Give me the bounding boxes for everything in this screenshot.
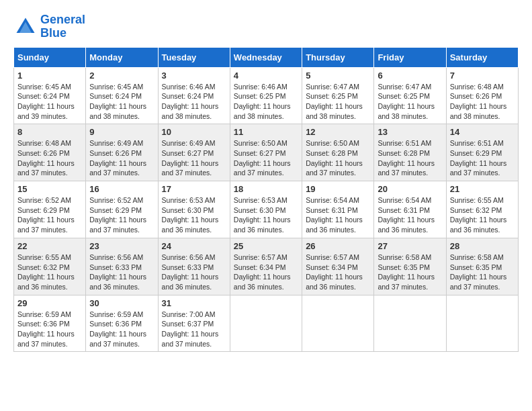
calendar-cell: 9Sunrise: 6:49 AMSunset: 6:26 PMDaylight… [86, 124, 158, 181]
day-number: 8 [17, 127, 82, 137]
day-number: 22 [17, 241, 82, 251]
calendar-cell: 10Sunrise: 6:49 AMSunset: 6:27 PMDayligh… [158, 124, 230, 181]
day-info: Sunrise: 6:53 AMSunset: 6:30 PMDaylight:… [162, 195, 226, 235]
logo-icon [13, 15, 38, 39]
calendar-cell: 28Sunrise: 6:58 AMSunset: 6:35 PMDayligh… [446, 238, 518, 295]
day-info: Sunrise: 6:52 AMSunset: 6:29 PMDaylight:… [89, 195, 154, 235]
day-number: 14 [450, 127, 515, 137]
day-number: 24 [162, 241, 226, 251]
calendar-cell [302, 295, 374, 352]
calendar-cell: 6Sunrise: 6:47 AMSunset: 6:25 PMDaylight… [374, 67, 446, 124]
calendar-cell: 14Sunrise: 6:51 AMSunset: 6:29 PMDayligh… [446, 124, 518, 181]
day-number: 12 [306, 127, 370, 137]
day-info: Sunrise: 6:51 AMSunset: 6:28 PMDaylight:… [378, 138, 442, 178]
calendar-cell: 1Sunrise: 6:45 AMSunset: 6:24 PMDaylight… [14, 67, 86, 124]
calendar-cell: 16Sunrise: 6:52 AMSunset: 6:29 PMDayligh… [86, 181, 158, 238]
weekday-header: Monday [86, 47, 158, 67]
calendar-cell: 2Sunrise: 6:45 AMSunset: 6:24 PMDaylight… [86, 67, 158, 124]
day-info: Sunrise: 6:57 AMSunset: 6:34 PMDaylight:… [234, 253, 298, 292]
calendar-cell [446, 295, 518, 352]
day-info: Sunrise: 6:54 AMSunset: 6:31 PMDaylight:… [306, 195, 370, 235]
day-info: Sunrise: 6:49 AMSunset: 6:27 PMDaylight:… [162, 138, 226, 178]
calendar-cell [230, 295, 302, 352]
day-number: 2 [89, 71, 154, 81]
calendar-cell: 26Sunrise: 6:57 AMSunset: 6:34 PMDayligh… [302, 238, 374, 295]
calendar-cell [374, 295, 446, 352]
day-number: 31 [162, 298, 226, 308]
calendar-header: SundayMondayTuesdayWednesdayThursdayFrid… [14, 47, 519, 67]
day-info: Sunrise: 6:56 AMSunset: 6:33 PMDaylight:… [89, 253, 154, 292]
calendar-cell: 4Sunrise: 6:46 AMSunset: 6:25 PMDaylight… [230, 67, 302, 124]
day-info: Sunrise: 6:58 AMSunset: 6:35 PMDaylight:… [450, 253, 515, 292]
day-number: 26 [306, 241, 370, 251]
day-info: Sunrise: 6:45 AMSunset: 6:24 PMDaylight:… [89, 82, 154, 122]
day-info: Sunrise: 6:59 AMSunset: 6:36 PMDaylight:… [89, 310, 154, 349]
day-number: 6 [378, 71, 442, 81]
day-number: 28 [450, 241, 515, 251]
day-number: 9 [89, 127, 154, 137]
day-info: Sunrise: 6:47 AMSunset: 6:25 PMDaylight:… [378, 82, 442, 122]
day-number: 4 [234, 71, 298, 81]
day-info: Sunrise: 6:52 AMSunset: 6:29 PMDaylight:… [17, 195, 82, 235]
calendar-cell: 5Sunrise: 6:47 AMSunset: 6:25 PMDaylight… [302, 67, 374, 124]
calendar-cell: 25Sunrise: 6:57 AMSunset: 6:34 PMDayligh… [230, 238, 302, 295]
weekday-header: Saturday [446, 47, 518, 67]
day-info: Sunrise: 6:50 AMSunset: 6:28 PMDaylight:… [306, 138, 370, 178]
calendar-cell: 7Sunrise: 6:48 AMSunset: 6:26 PMDaylight… [446, 67, 518, 124]
day-number: 25 [234, 241, 298, 251]
day-info: Sunrise: 6:48 AMSunset: 6:26 PMDaylight:… [450, 82, 515, 122]
day-info: Sunrise: 6:45 AMSunset: 6:24 PMDaylight:… [17, 82, 82, 122]
day-info: Sunrise: 6:47 AMSunset: 6:25 PMDaylight:… [306, 82, 370, 122]
day-info: Sunrise: 6:48 AMSunset: 6:26 PMDaylight:… [17, 138, 82, 178]
calendar-cell: 15Sunrise: 6:52 AMSunset: 6:29 PMDayligh… [14, 181, 86, 238]
calendar-cell: 20Sunrise: 6:54 AMSunset: 6:31 PMDayligh… [374, 181, 446, 238]
day-info: Sunrise: 6:56 AMSunset: 6:33 PMDaylight:… [162, 253, 226, 292]
day-number: 7 [450, 71, 515, 81]
day-info: Sunrise: 6:54 AMSunset: 6:31 PMDaylight:… [378, 195, 442, 235]
day-number: 20 [378, 184, 442, 194]
calendar-cell: 12Sunrise: 6:50 AMSunset: 6:28 PMDayligh… [302, 124, 374, 181]
calendar-cell: 23Sunrise: 6:56 AMSunset: 6:33 PMDayligh… [86, 238, 158, 295]
calendar-cell: 27Sunrise: 6:58 AMSunset: 6:35 PMDayligh… [374, 238, 446, 295]
calendar-cell: 31Sunrise: 7:00 AMSunset: 6:37 PMDayligh… [158, 295, 230, 352]
day-number: 10 [162, 127, 226, 137]
day-number: 29 [17, 298, 82, 308]
day-number: 18 [234, 184, 298, 194]
day-info: Sunrise: 6:59 AMSunset: 6:36 PMDaylight:… [17, 310, 82, 349]
weekday-header: Thursday [302, 47, 374, 67]
calendar-cell: 11Sunrise: 6:50 AMSunset: 6:27 PMDayligh… [230, 124, 302, 181]
day-info: Sunrise: 6:49 AMSunset: 6:26 PMDaylight:… [89, 138, 154, 178]
day-number: 30 [89, 298, 154, 308]
calendar-table: SundayMondayTuesdayWednesdayThursdayFrid… [13, 47, 519, 353]
day-number: 27 [378, 241, 442, 251]
day-number: 16 [89, 184, 154, 194]
calendar-cell: 18Sunrise: 6:53 AMSunset: 6:30 PMDayligh… [230, 181, 302, 238]
weekday-header: Friday [374, 47, 446, 67]
calendar-cell: 30Sunrise: 6:59 AMSunset: 6:36 PMDayligh… [86, 295, 158, 352]
calendar-cell: 17Sunrise: 6:53 AMSunset: 6:30 PMDayligh… [158, 181, 230, 238]
day-number: 17 [162, 184, 226, 194]
day-number: 23 [89, 241, 154, 251]
logo-text: General Blue [40, 13, 85, 40]
calendar-cell: 13Sunrise: 6:51 AMSunset: 6:28 PMDayligh… [374, 124, 446, 181]
page-header: General Blue [13, 13, 519, 40]
day-number: 1 [17, 71, 82, 81]
calendar-cell: 21Sunrise: 6:55 AMSunset: 6:32 PMDayligh… [446, 181, 518, 238]
day-info: Sunrise: 6:50 AMSunset: 6:27 PMDaylight:… [234, 138, 298, 178]
logo: General Blue [13, 13, 85, 40]
day-info: Sunrise: 6:57 AMSunset: 6:34 PMDaylight:… [306, 253, 370, 292]
day-info: Sunrise: 6:46 AMSunset: 6:24 PMDaylight:… [162, 82, 226, 122]
calendar-cell: 19Sunrise: 6:54 AMSunset: 6:31 PMDayligh… [302, 181, 374, 238]
calendar-cell: 8Sunrise: 6:48 AMSunset: 6:26 PMDaylight… [14, 124, 86, 181]
day-info: Sunrise: 6:53 AMSunset: 6:30 PMDaylight:… [234, 195, 298, 235]
day-number: 15 [17, 184, 82, 194]
day-number: 21 [450, 184, 515, 194]
calendar-cell: 24Sunrise: 6:56 AMSunset: 6:33 PMDayligh… [158, 238, 230, 295]
day-info: Sunrise: 6:55 AMSunset: 6:32 PMDaylight:… [450, 195, 515, 235]
calendar-cell: 3Sunrise: 6:46 AMSunset: 6:24 PMDaylight… [158, 67, 230, 124]
day-number: 3 [162, 71, 226, 81]
day-info: Sunrise: 6:46 AMSunset: 6:25 PMDaylight:… [234, 82, 298, 122]
calendar-cell: 29Sunrise: 6:59 AMSunset: 6:36 PMDayligh… [14, 295, 86, 352]
day-info: Sunrise: 6:55 AMSunset: 6:32 PMDaylight:… [17, 253, 82, 292]
day-info: Sunrise: 6:51 AMSunset: 6:29 PMDaylight:… [450, 138, 515, 178]
